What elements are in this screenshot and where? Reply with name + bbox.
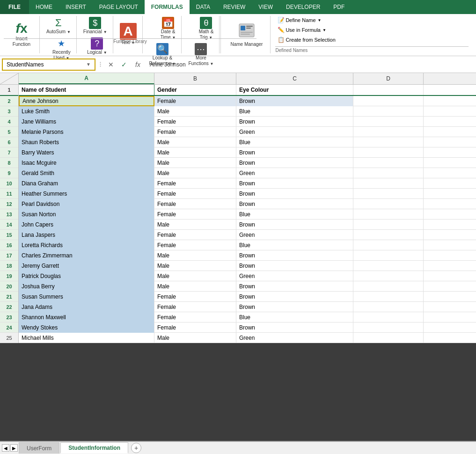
cell-a12[interactable]: Pearl Davidson (19, 199, 154, 209)
row-num-10[interactable]: 10 (0, 178, 18, 189)
cell-c14[interactable]: Brown (236, 220, 353, 230)
cell-c11[interactable]: Brown (236, 189, 353, 199)
cell-d25[interactable] (353, 333, 424, 343)
cell-c19[interactable]: Green (236, 271, 353, 281)
row-num-18[interactable]: 18 (0, 261, 18, 271)
cell-c23[interactable]: Blue (236, 312, 353, 322)
cell-a2[interactable]: Anne Johnson (19, 96, 154, 106)
sheet-nav-right[interactable]: ▶ (10, 444, 18, 452)
tab-data[interactable]: DATA (190, 0, 217, 14)
cell-a25[interactable]: Michael Mills (19, 333, 154, 343)
formula-fx-button[interactable]: fx (132, 61, 144, 68)
cell-a23[interactable]: Shannon Maxwell (19, 312, 154, 322)
cell-c9[interactable]: Green (236, 168, 353, 178)
cell-b12[interactable]: Female (154, 199, 236, 209)
col-header-d[interactable]: D (353, 73, 424, 84)
cell-c20[interactable]: Brown (236, 281, 353, 292)
cell-b3[interactable]: Male (154, 106, 236, 117)
insert-function-button[interactable]: fx InsertFunction (7, 20, 36, 48)
row-num-23[interactable]: 23 (0, 312, 18, 322)
row-num-3[interactable]: 3 (0, 106, 18, 117)
cell-c24[interactable]: Brown (236, 322, 353, 333)
row-num-19[interactable]: 19 (0, 271, 18, 281)
cell-d11[interactable] (353, 189, 424, 199)
use-in-formula-button[interactable]: ✏️ Use in Formula ▼ (275, 25, 469, 35)
cell-a13[interactable]: Susan Norton (19, 209, 154, 220)
date-time-button[interactable]: 📅 Date &Time ▼ (159, 16, 178, 41)
cell-b8[interactable]: Male (154, 158, 236, 168)
col-header-b[interactable]: B (154, 73, 236, 84)
cell-d15[interactable] (353, 230, 424, 240)
sheet-nav-left[interactable]: ◀ (2, 444, 9, 452)
cell-a8[interactable]: Isaac Mcguire (19, 158, 154, 168)
cell-a20[interactable]: Joshua Berry (19, 281, 154, 292)
row-num-2[interactable]: 2 (0, 96, 18, 106)
cell-d5[interactable] (353, 127, 424, 137)
cell-c7[interactable]: Brown (236, 147, 353, 158)
cell-a1[interactable]: Name of Student (19, 85, 154, 95)
cell-b13[interactable]: Female (154, 209, 236, 220)
cell-a24[interactable]: Wendy Stokes (19, 322, 154, 333)
cell-c22[interactable]: Brown (236, 302, 353, 312)
cell-c25[interactable]: Green (236, 333, 353, 343)
cell-b25[interactable]: Male (154, 333, 236, 343)
row-num-13[interactable]: 13 (0, 209, 18, 220)
cell-c1[interactable]: Eye Colour (236, 85, 353, 95)
row-num-20[interactable]: 20 (0, 281, 18, 292)
row-num-17[interactable]: 17 (0, 250, 18, 261)
cell-d2[interactable] (353, 96, 424, 106)
cell-b15[interactable]: Female (154, 230, 236, 240)
name-manager-button[interactable]: Name Manager (227, 20, 266, 49)
cell-b7[interactable]: Male (154, 147, 236, 158)
cell-d23[interactable] (353, 312, 424, 322)
cell-a15[interactable]: Lana Jaspers (19, 230, 154, 240)
cell-a6[interactable]: Shaun Roberts (19, 137, 154, 147)
cell-c3[interactable]: Blue (236, 106, 353, 117)
cell-b11[interactable]: Female (154, 189, 236, 199)
tab-developer[interactable]: DEVELOPER (279, 0, 327, 14)
cell-b23[interactable]: Female (154, 312, 236, 322)
cell-a14[interactable]: John Capers (19, 220, 154, 230)
cell-a19[interactable]: Patrick Douglas (19, 271, 154, 281)
cell-a3[interactable]: Luke Smith (19, 106, 154, 117)
cell-d6[interactable] (353, 137, 424, 147)
row-num-12[interactable]: 12 (0, 199, 18, 209)
col-header-c[interactable]: C (236, 73, 353, 84)
cell-d3[interactable] (353, 106, 424, 117)
name-box[interactable]: StudentNames ▼ (2, 59, 95, 71)
tab-pdf[interactable]: PDF (327, 0, 351, 14)
cell-c6[interactable]: Blue (236, 137, 353, 147)
sheet-tab-studentinformation[interactable]: StudentInformation (60, 442, 128, 454)
cell-b18[interactable]: Male (154, 261, 236, 271)
row-num-4[interactable]: 4 (0, 117, 18, 127)
cell-d17[interactable] (353, 250, 424, 261)
tab-home[interactable]: HOME (29, 0, 59, 14)
col-header-a[interactable]: A (19, 73, 154, 84)
cell-a22[interactable]: Jana Adams (19, 302, 154, 312)
row-num-7[interactable]: 7 (0, 147, 18, 158)
tab-view[interactable]: VIEW (252, 0, 279, 14)
cell-d7[interactable] (353, 147, 424, 158)
row-num-24[interactable]: 24 (0, 322, 18, 333)
cell-a10[interactable]: Diana Graham (19, 178, 154, 189)
confirm-button[interactable]: ✓ (118, 59, 130, 70)
row-num-22[interactable]: 22 (0, 302, 18, 312)
cell-a7[interactable]: Barry Waters (19, 147, 154, 158)
cell-d10[interactable] (353, 178, 424, 189)
cell-b24[interactable]: Female (154, 322, 236, 333)
cell-b5[interactable]: Female (154, 127, 236, 137)
tab-review[interactable]: REVIEW (217, 0, 252, 14)
cell-b9[interactable]: Male (154, 168, 236, 178)
row-num-5[interactable]: 5 (0, 127, 18, 137)
cell-b20[interactable]: Male (154, 281, 236, 292)
cell-b21[interactable]: Female (154, 292, 236, 302)
tab-pagelayout[interactable]: PAGE LAYOUT (93, 0, 145, 14)
cell-d20[interactable] (353, 281, 424, 292)
cell-d22[interactable] (353, 302, 424, 312)
cell-a17[interactable]: Charles Zimmerman (19, 250, 154, 261)
cell-c4[interactable]: Brown (236, 117, 353, 127)
cell-d16[interactable] (353, 240, 424, 250)
cell-d24[interactable] (353, 322, 424, 333)
cell-b4[interactable]: Female (154, 117, 236, 127)
cell-a11[interactable]: Heather Summers (19, 189, 154, 199)
